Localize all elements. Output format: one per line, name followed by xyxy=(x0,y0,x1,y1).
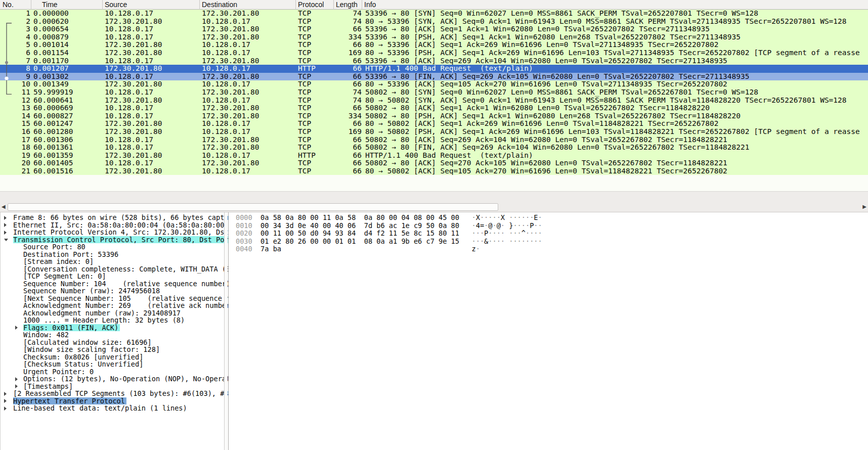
column-header-destination[interactable]: Destination xyxy=(200,0,296,10)
detail-line[interactable]: Window: 482 xyxy=(1,331,228,339)
expander-collapsed-icon[interactable] xyxy=(15,377,18,381)
packet-cell-destination: 172.30.201.80 xyxy=(200,112,296,120)
packet-row-13[interactable]: 1360.00066910.128.0.17172.30.201.80TCP66… xyxy=(0,104,868,112)
packet-row-17[interactable]: 1760.00130610.128.0.17172.30.201.80TCP66… xyxy=(0,136,868,144)
detail-line[interactable]: Ethernet II, Src: 0a:58:0a:80:00:04 (0a:… xyxy=(1,221,228,229)
packet-row-16[interactable]: 1660.001280172.30.201.8010.128.0.17TCP16… xyxy=(0,128,868,136)
packet-cell-time: 0.001207 xyxy=(31,65,103,73)
column-header-protocol[interactable]: Protocol xyxy=(296,0,334,10)
detail-line[interactable]: Acknowledgment Number: 269 (relative ack… xyxy=(1,302,228,309)
packet-row-9[interactable]: 90.00130210.128.0.17172.30.201.80TCP6653… xyxy=(0,73,868,81)
packet-row-12[interactable]: 1260.000641172.30.201.8010.128.0.17TCP74… xyxy=(0,97,868,105)
packet-cell-protocol: TCP xyxy=(296,112,334,120)
packet-row-15[interactable]: 1560.001247172.30.201.8010.128.0.17TCP66… xyxy=(0,120,868,128)
expander-collapsed-icon[interactable] xyxy=(4,407,7,411)
packet-cell-no: 7 xyxy=(0,57,31,65)
packet-cell-protocol: TCP xyxy=(296,73,334,81)
detail-line[interactable]: Destination Port: 53396 xyxy=(1,251,228,258)
detail-line[interactable]: Options: (12 bytes), No-Operation (NOP),… xyxy=(1,375,228,383)
hex-row-0000[interactable]: 0000 0a 58 0a 80 00 11 0a 58 0a 80 00 04… xyxy=(236,214,868,222)
packet-cell-destination: 172.30.201.80 xyxy=(200,57,296,65)
packet-cell-no: 3 xyxy=(0,25,31,33)
details-vscrollbar[interactable] xyxy=(224,212,228,450)
packet-row-1[interactable]: 10.00000010.128.0.17172.30.201.80TCP7453… xyxy=(0,10,868,18)
packet-row-14[interactable]: 1460.00082710.128.0.17172.30.201.80TCP33… xyxy=(0,112,868,120)
packet-list-hscrollbar[interactable]: ◀ ▶ xyxy=(0,191,868,212)
detail-line[interactable]: Line-based text data: text/plain (1 line… xyxy=(1,404,228,412)
hex-row-0030[interactable]: 0030 01 e2 80 26 00 00 01 01 08 0a a1 9b… xyxy=(236,238,868,246)
column-header-source[interactable]: Source xyxy=(103,0,200,10)
detail-line[interactable]: [Checksum Status: Unverified] xyxy=(1,361,228,368)
detail-line[interactable]: Sequence Number: 104 (relative sequence … xyxy=(1,280,228,288)
detail-line-text: [Calculated window size: 61696] xyxy=(23,339,152,346)
detail-line[interactable]: Hypertext Transfer Protocol xyxy=(1,397,228,405)
packet-row-8[interactable]: 80.001207172.30.201.8010.128.0.17HTTP66H… xyxy=(0,65,868,73)
packet-cell-source: 172.30.201.80 xyxy=(103,152,200,160)
expander-collapsed-icon[interactable] xyxy=(4,223,7,227)
detail-line[interactable]: [TCP Segment Len: 0] xyxy=(1,273,228,280)
column-header-length[interactable]: Length xyxy=(334,0,362,10)
packet-row-11[interactable]: 1159.99991910.128.0.17172.30.201.80TCP74… xyxy=(0,88,868,97)
packet-cell-destination: 172.30.201.80 xyxy=(200,88,296,97)
packet-cell-source: 172.30.201.80 xyxy=(103,80,200,88)
packet-row-21[interactable]: 2160.001516172.30.201.8010.128.0.17TCP66… xyxy=(0,167,868,175)
packet-row-7[interactable]: 70.00117010.128.0.17172.30.201.80TCP6653… xyxy=(0,57,868,65)
packet-row-4[interactable]: 40.00087910.128.0.17172.30.201.80TCP3345… xyxy=(0,33,868,41)
packet-cell-source: 10.128.0.17 xyxy=(103,159,200,167)
packet-cell-protocol: TCP xyxy=(296,128,334,136)
packet-cell-destination: 10.128.0.17 xyxy=(200,41,296,49)
expander-collapsed-icon[interactable] xyxy=(4,392,7,396)
packet-cell-source: 10.128.0.17 xyxy=(103,88,200,97)
expander-collapsed-icon[interactable] xyxy=(4,231,7,235)
expander-collapsed-icon[interactable] xyxy=(15,326,18,330)
detail-line[interactable]: [Timestamps] xyxy=(1,383,228,390)
column-header-no[interactable]: No. xyxy=(0,0,31,10)
packet-row-5[interactable]: 50.001014172.30.201.8010.128.0.17TCP6680… xyxy=(0,41,868,49)
detail-line[interactable]: Acknowledgment number (raw): 291408917 xyxy=(1,309,228,317)
detail-line[interactable]: Checksum: 0x8026 [unverified] xyxy=(1,353,228,361)
expander-collapsed-icon[interactable] xyxy=(4,216,7,220)
detail-line[interactable]: [Conversation completeness: Complete, WI… xyxy=(1,265,228,273)
packet-cell-no: 10 xyxy=(0,80,31,88)
packet-row-6[interactable]: 60.001154172.30.201.8010.128.0.17TCP1698… xyxy=(0,49,868,57)
detail-line[interactable]: 1000 .... = Header Length: 32 bytes (8) xyxy=(1,317,228,324)
packet-row-20[interactable]: 2060.00140510.128.0.17172.30.201.80TCP66… xyxy=(0,159,868,167)
detail-line[interactable]: Urgent Pointer: 0 xyxy=(1,368,228,376)
detail-line[interactable]: Flags: 0x011 (FIN, ACK) xyxy=(1,324,228,332)
hscrollbar-thumb[interactable] xyxy=(8,203,498,211)
expander-expanded-icon[interactable] xyxy=(4,239,8,241)
scroll-right-arrow-icon[interactable]: ▶ xyxy=(862,203,866,211)
expander-collapsed-icon[interactable] xyxy=(15,384,18,388)
packet-row-19[interactable]: 1960.001359172.30.201.8010.128.0.17HTTP6… xyxy=(0,152,868,160)
packet-details-tree: Frame 8: 66 bytes on wire (528 bits), 66… xyxy=(1,212,228,412)
packet-list-rows: 10.00000010.128.0.17172.30.201.80TCP7453… xyxy=(0,10,868,175)
packet-cell-protocol: TCP xyxy=(296,25,334,33)
detail-line[interactable]: Frame 8: 66 bytes on wire (528 bits), 66… xyxy=(1,214,228,221)
detail-line[interactable]: [Calculated window size: 61696] xyxy=(1,339,228,346)
detail-line[interactable]: [Stream index: 0] xyxy=(1,258,228,265)
detail-line[interactable]: [2 Reassembled TCP Segments (103 bytes):… xyxy=(1,390,228,397)
column-header-time[interactable]: Time xyxy=(31,0,103,10)
detail-line[interactable]: Internet Protocol Version 4, Src: 172.30… xyxy=(1,229,228,236)
detail-line[interactable]: [Window size scaling factor: 128] xyxy=(1,346,228,353)
packet-row-3[interactable]: 30.00065410.128.0.17172.30.201.80TCP6653… xyxy=(0,25,868,33)
expander-collapsed-icon[interactable] xyxy=(4,399,7,403)
packet-row-18[interactable]: 1860.00136110.128.0.17172.30.201.80TCP66… xyxy=(0,144,868,152)
packet-row-2[interactable]: 20.000620172.30.201.8010.128.0.17TCP7480… xyxy=(0,18,868,26)
detail-line-text: Source Port: 80 xyxy=(23,243,85,251)
packet-cell-no: 8 xyxy=(0,65,31,73)
detail-line[interactable]: Transmission Control Protocol, Src Port:… xyxy=(1,236,228,244)
hex-row-0010[interactable]: 0010 00 34 3d 0e 40 00 40 06 7d b6 ac 1e… xyxy=(236,222,868,230)
column-header-info[interactable]: Info xyxy=(362,0,868,10)
detail-line-text: Sequence Number: 104 (relative sequence … xyxy=(23,280,229,288)
packet-cell-no: 15 xyxy=(0,120,31,128)
packet-row-10[interactable]: 100.001349172.30.201.8010.128.0.17TCP668… xyxy=(0,80,868,88)
detail-line[interactable]: [Next Sequence Number: 105 (relative seq… xyxy=(1,295,228,302)
detail-line[interactable]: Sequence Number (raw): 2474956018 xyxy=(1,287,228,295)
scroll-left-arrow-icon[interactable]: ◀ xyxy=(2,203,6,211)
packet-cell-no: 16 xyxy=(0,128,31,136)
packet-cell-info: 50802 → 80 [SYN] Seq=0 Win=62027 Len=0 M… xyxy=(362,88,868,97)
hex-row-0020[interactable]: 0020 00 11 00 50 d0 94 93 84 d4 f2 11 5e… xyxy=(236,230,868,238)
detail-line[interactable]: Source Port: 80 xyxy=(1,243,228,251)
hex-row-0040[interactable]: 0040 7a ba z· xyxy=(236,245,868,253)
